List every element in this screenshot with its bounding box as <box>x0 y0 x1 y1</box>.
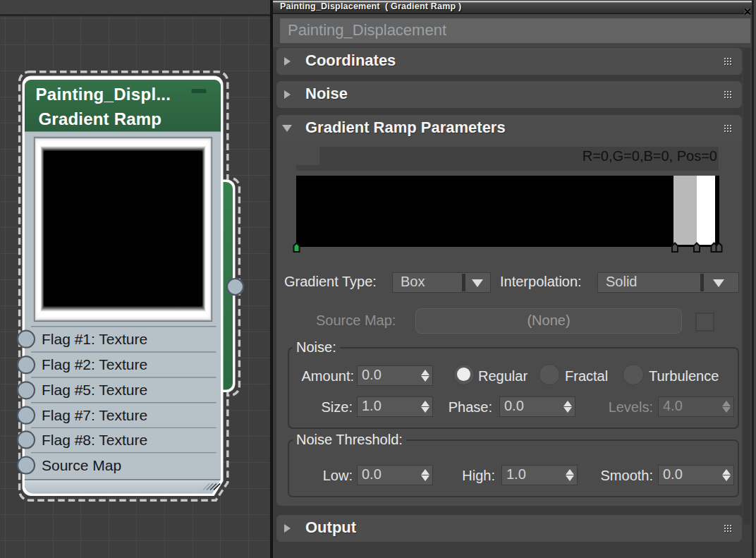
svg-text:Flag #5: Texture: Flag #5: Texture <box>42 382 147 398</box>
svg-text:Painting_Displ...: Painting_Displ... <box>36 85 171 104</box>
svg-text:Flag #8: Texture: Flag #8: Texture <box>42 432 147 448</box>
svg-text:Flag #7: Texture: Flag #7: Texture <box>42 407 147 423</box>
svg-text:Flag #1: Texture: Flag #1: Texture <box>42 331 147 347</box>
svg-text:Flag #2: Texture: Flag #2: Texture <box>42 356 147 372</box>
svg-text:Gradient Ramp: Gradient Ramp <box>39 109 162 128</box>
svg-text:Source Map: Source Map <box>42 457 121 473</box>
